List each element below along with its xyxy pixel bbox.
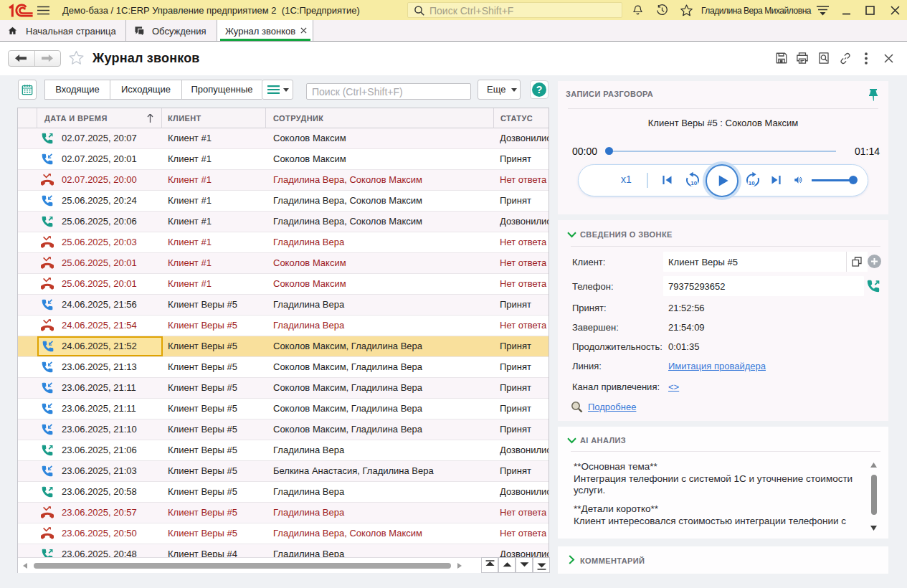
svg-text:10: 10 bbox=[749, 180, 755, 186]
svg-text:10: 10 bbox=[690, 180, 697, 186]
